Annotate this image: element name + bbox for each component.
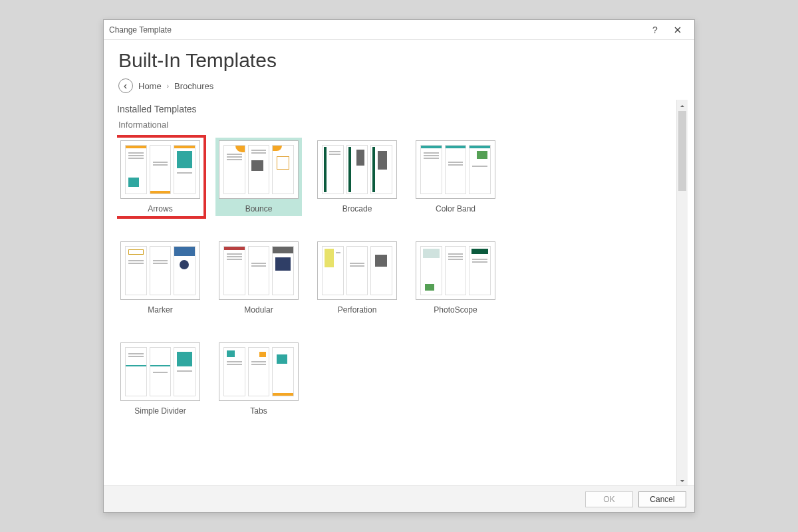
template-thumbnail	[219, 241, 299, 300]
template-simple-divider[interactable]: Simple Divider	[117, 340, 203, 418]
scrollbar-thumb[interactable]	[678, 111, 686, 191]
template-thumbnail	[416, 241, 495, 300]
template-marker[interactable]: Marker	[117, 239, 203, 317]
breadcrumb: Home › Brochures	[104, 76, 694, 100]
template-thumbnail	[219, 140, 299, 199]
template-thumbnail	[416, 140, 495, 199]
template-label: Marker	[148, 305, 172, 315]
scroll-up-button[interactable]	[677, 100, 688, 111]
chevron-down-icon	[680, 474, 685, 486]
template-photoscope[interactable]: PhotoScope	[412, 239, 499, 317]
template-thumbnail	[120, 241, 200, 300]
template-tabs[interactable]: Tabs	[215, 340, 302, 418]
template-list: Installed Templates Informational	[117, 100, 676, 485]
template-thumbnail	[120, 342, 200, 401]
template-bounce[interactable]: Bounce	[215, 138, 302, 216]
arrow-left-icon	[123, 81, 128, 91]
installed-templates-label: Installed Templates	[117, 104, 670, 114]
dialog-titlebar: Change Template ?	[104, 20, 694, 40]
template-label: Bounce	[245, 204, 273, 213]
template-thumbnail	[317, 140, 397, 199]
template-perforation[interactable]: Perforation	[314, 239, 400, 317]
breadcrumb-home[interactable]: Home	[138, 81, 162, 91]
scrollbar-track[interactable]	[677, 111, 688, 474]
template-label: PhotoScope	[434, 305, 477, 315]
close-icon	[674, 25, 681, 35]
template-row: Simple Divider Tabs	[117, 340, 670, 418]
ok-button[interactable]: OK	[585, 491, 633, 507]
template-color-band[interactable]: Color Band	[412, 138, 499, 216]
template-row: Marker Modular	[117, 239, 670, 317]
template-label: Brocade	[342, 204, 372, 213]
template-label: Tabs	[250, 406, 267, 416]
template-row: Arrows	[117, 138, 670, 216]
template-modular[interactable]: Modular	[215, 239, 302, 317]
chevron-up-icon	[680, 100, 685, 112]
change-template-dialog: Change Template ? Built-In Templates Hom…	[103, 19, 695, 513]
template-label: Arrows	[148, 204, 172, 213]
vertical-scrollbar[interactable]	[676, 100, 688, 485]
cancel-button[interactable]: Cancel	[638, 491, 686, 507]
help-button[interactable]: ?	[644, 22, 666, 38]
template-thumbnail	[219, 342, 299, 401]
template-scroll-region: Installed Templates Informational	[117, 100, 688, 485]
template-thumbnail	[317, 241, 397, 300]
scroll-down-button[interactable]	[677, 474, 688, 485]
dialog-content: Built-In Templates Home › Brochures Inst…	[104, 40, 694, 485]
template-arrows[interactable]: Arrows	[117, 138, 203, 216]
template-label: Simple Divider	[134, 406, 186, 416]
template-brocade[interactable]: Brocade	[314, 138, 400, 216]
page-heading: Built-In Templates	[104, 40, 694, 76]
template-thumbnail	[120, 140, 200, 199]
dialog-title: Change Template	[109, 25, 172, 35]
informational-label: Informational	[118, 120, 670, 130]
template-label: Modular	[244, 305, 273, 315]
nav-back-button[interactable]	[118, 78, 133, 93]
close-button[interactable]	[666, 22, 689, 38]
breadcrumb-current[interactable]: Brochures	[174, 81, 213, 91]
dialog-button-bar: OK Cancel	[104, 485, 694, 512]
template-label: Perforation	[338, 305, 377, 315]
chevron-right-icon: ›	[167, 82, 169, 90]
template-label: Color Band	[436, 204, 475, 213]
